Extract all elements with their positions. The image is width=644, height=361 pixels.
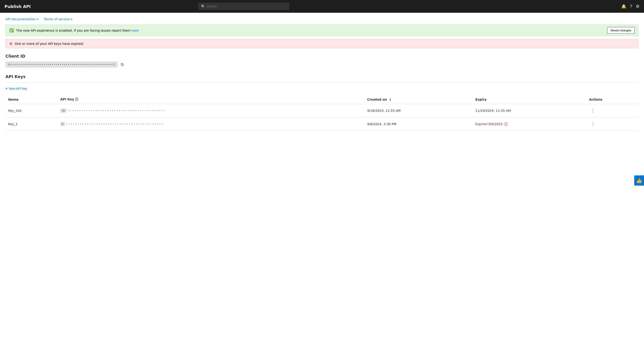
- new-api-key-button[interactable]: + New API key: [6, 86, 27, 92]
- error-icon: ⊗: [9, 42, 12, 46]
- success-icon: ✅: [9, 28, 14, 33]
- new-api-key-label: New API key: [9, 87, 27, 90]
- search-icon: 🔍: [201, 5, 205, 8]
- plus-icon: +: [6, 87, 8, 91]
- terms-of-service-label: Terms of service: [44, 17, 70, 21]
- api-key-info-icon[interactable]: ⓘ: [75, 97, 78, 101]
- copy-client-id-button[interactable]: ⧉: [120, 61, 125, 68]
- row-0-expiry: 11/29/2024, 11:55 AM: [472, 104, 586, 117]
- tos-external-icon: ⧉: [70, 18, 72, 21]
- col-header-expiry: Expiry: [472, 95, 586, 104]
- row-0-name: Key_2x0: [6, 104, 58, 117]
- client-id-value: 9•••••••••••••••••••••••••••••••••••••••…: [6, 62, 118, 68]
- col-header-actions: Actions: [586, 95, 638, 104]
- top-navigation: Publish API 🔍 🔔 ? ⚙: [0, 0, 644, 13]
- row-0-actions-menu-button[interactable]: ⋮: [589, 107, 597, 114]
- api-documentation-label: API documentation: [6, 17, 36, 21]
- row-1-actions: ⋮: [586, 117, 638, 131]
- search-bar[interactable]: 🔍: [198, 3, 289, 10]
- table-row: Key_1 9 ••••••••••••••••••••••••••••••••…: [6, 117, 638, 131]
- revert-changes-button[interactable]: Revert changes: [607, 27, 635, 34]
- settings-button[interactable]: ⚙: [636, 4, 640, 9]
- api-documentation-link[interactable]: API documentation ⧉: [6, 17, 38, 21]
- col-header-api-key: API Key ⓘ: [58, 95, 364, 104]
- client-id-section-title: Client ID: [6, 54, 638, 59]
- table-header-row: Name API Key ⓘ Created on ↓ Expiry Actio…: [6, 95, 638, 104]
- sort-arrow-icon: ↓: [389, 98, 392, 101]
- main-content: 👍 API documentation ⧉ Terms of service ⧉…: [0, 13, 644, 361]
- expired-label-1: Expired 9/6/2024 i: [475, 122, 584, 126]
- search-input[interactable]: [207, 5, 287, 8]
- row-1-created-on: 9/6/2024, 3:30 PM: [364, 117, 472, 131]
- alert-here-link[interactable]: here: [132, 29, 139, 32]
- success-alert-text: The new API experience is enabled. If yo…: [16, 29, 605, 32]
- key-dots-0: ••••••••••••••••••••••••••••••••••••••••…: [67, 109, 166, 112]
- breadcrumb-row: API documentation ⧉ Terms of service ⧉: [6, 17, 638, 21]
- api-keys-table: Name API Key ⓘ Created on ↓ Expiry Actio…: [6, 95, 638, 131]
- key-prefix-0: yb: [60, 109, 66, 113]
- notifications-button[interactable]: 🔔: [621, 4, 626, 9]
- api-keys-section-title: API Keys: [6, 74, 638, 79]
- table-row: Key_2x0 yb •••••••••••••••••••••••••••••…: [6, 104, 638, 117]
- row-1-api-key: 9 ••••••••••••••••••••••••••••••••••••••…: [58, 117, 364, 131]
- client-id-row: 9•••••••••••••••••••••••••••••••••••••••…: [6, 61, 638, 68]
- nav-icons-group: 🔔 ? ⚙: [621, 4, 640, 9]
- section-divider: [6, 82, 638, 82]
- error-alert: ⊗ One or more of your API keys have expi…: [6, 39, 638, 48]
- row-0-created-on: 9/18/2024, 11:55 AM: [364, 104, 472, 117]
- page-title: Publish API: [4, 4, 31, 9]
- expired-info-icon-1[interactable]: i: [504, 122, 508, 126]
- row-1-expiry: Expired 9/6/2024 i: [472, 117, 586, 131]
- row-0-actions: ⋮: [586, 104, 638, 117]
- row-1-name: Key_1: [6, 117, 58, 131]
- feedback-thumb-icon[interactable]: 👍: [634, 175, 644, 186]
- key-dots-1: ••••••••••••••••••••••••••••••••••••••••…: [66, 122, 164, 126]
- key-prefix-1: 9: [60, 122, 65, 126]
- row-0-api-key: yb •••••••••••••••••••••••••••••••••••••…: [58, 104, 364, 117]
- col-header-name: Name: [6, 95, 58, 104]
- error-alert-text: One or more of your API keys have expire…: [14, 42, 635, 46]
- terms-of-service-link[interactable]: Terms of service ⧉: [44, 17, 72, 21]
- help-button[interactable]: ?: [630, 4, 632, 9]
- success-alert: ✅ The new API experience is enabled. If …: [6, 25, 638, 36]
- col-header-created-on[interactable]: Created on ↓: [364, 95, 472, 104]
- row-1-actions-menu-button[interactable]: ⋮: [589, 121, 597, 128]
- api-doc-external-icon: ⧉: [36, 18, 38, 21]
